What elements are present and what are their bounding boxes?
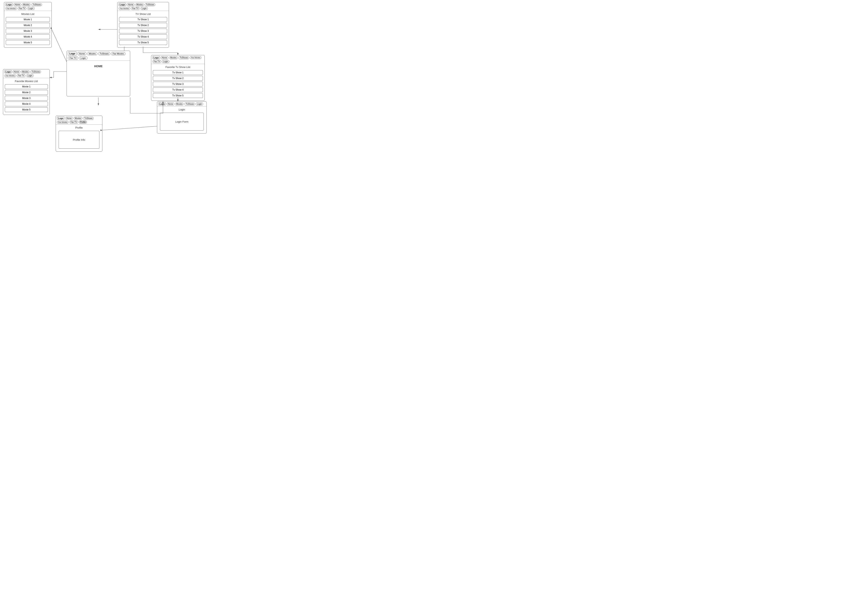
login-title: Login	[159, 108, 205, 111]
fav-tv-body: Favorite Tv Show List Tv Show 1 Tv Show …	[151, 64, 204, 100]
login-navbar: Logo Home Movies TvShows Login	[157, 102, 206, 107]
profile-window: Logo Home Movies TvShows Fav Movies Fav …	[56, 116, 102, 151]
fav-movie-item-4[interactable]: Movie 4	[5, 102, 48, 106]
nav-login[interactable]: Login	[141, 7, 148, 10]
movie-item-1[interactable]: Movie 1	[6, 17, 50, 22]
profile-body: Profile Profile Info	[56, 125, 102, 151]
nav-home[interactable]: Home	[12, 70, 20, 73]
nav-home[interactable]: Home	[77, 52, 86, 55]
nav-login[interactable]: Login	[26, 74, 33, 77]
nav-tvshows[interactable]: TvShows	[98, 52, 110, 55]
nav-home[interactable]: Home	[127, 3, 135, 6]
fav-movie-item-5[interactable]: Movie 5	[5, 107, 48, 112]
nav-tvshows[interactable]: TvShows	[83, 117, 94, 120]
tvshow-item-2[interactable]: Tv Show 2	[119, 23, 167, 28]
nav-movies[interactable]: Movies	[135, 3, 144, 6]
fav-movies-navbar: Logo Home Movies TvShows Fav Movies Fav …	[3, 69, 50, 78]
nav-tvshows[interactable]: TvShows	[31, 3, 42, 6]
nav-fav-movies[interactable]: Fav Movies	[5, 74, 16, 77]
nav-login[interactable]: Login	[79, 56, 87, 60]
tvshow-list-window: Logo Home Movies TvShows Fav Movies Fav …	[117, 2, 169, 48]
profile-logo: Logo	[57, 117, 64, 120]
nav-fav-tv[interactable]: Fav TV	[17, 74, 25, 77]
nav-fav-tv[interactable]: Fav TV	[152, 60, 161, 63]
nav-home[interactable]: Home	[167, 102, 174, 105]
nav-fav-tv[interactable]: Fav TV	[18, 7, 26, 10]
movies-list-title: Movies List	[6, 12, 50, 15]
nav-home[interactable]: Home	[65, 117, 73, 120]
fav-tv-logo: Logo	[152, 56, 160, 59]
fav-tvshow-item-1[interactable]: Tv Show 1	[153, 70, 203, 75]
nav-fav-movies[interactable]: Fav Movies	[5, 7, 17, 10]
fav-movies-window: Logo Home Movies TvShows Fav Movies Fav …	[3, 69, 50, 115]
tvshow-item-3[interactable]: Tv Show 3	[119, 29, 167, 33]
profile-title: Profile	[57, 126, 101, 129]
nav-movies[interactable]: Movies	[87, 52, 97, 55]
fav-tv-window: Logo Home Movies TvShows Fav Movies Fav …	[151, 55, 205, 101]
movie-item-2[interactable]: Movie 2	[6, 23, 50, 28]
login-form-label: Login Form	[175, 120, 189, 123]
tvshow-list-body: TV Show List Tv Show 1 Tv Show 2 Tv Show…	[118, 11, 169, 48]
tvshow-list-navbar: Logo Home Movies TvShows Fav Movies Fav …	[118, 2, 169, 11]
movies-list-window: Logo Home Movies TvShows Fav Movies Fav …	[4, 2, 52, 48]
movie-item-4[interactable]: Movie 4	[6, 34, 50, 39]
fav-movie-item-1[interactable]: Movie 1	[5, 84, 48, 89]
fav-tvshow-item-5[interactable]: Tv Show 5	[153, 93, 203, 98]
svg-line-6	[102, 126, 157, 130]
fav-tvshow-item-3[interactable]: Tv Show 3	[153, 82, 203, 86]
movie-item-5[interactable]: Movie 5	[6, 40, 50, 45]
movie-item-3[interactable]: Movie 3	[6, 29, 50, 33]
fav-tv-navbar: Logo Home Movies TvShows Fav Movies Fav …	[151, 55, 204, 64]
login-form-box: Login Form	[160, 113, 204, 131]
nav-movies[interactable]: Movies	[21, 70, 30, 73]
login-window: Logo Home Movies TvShows Login Login Log…	[157, 101, 207, 134]
nav-login[interactable]: Login	[27, 7, 34, 10]
nav-fav-movies[interactable]: Fav Movies	[119, 7, 130, 10]
tvshow-list-title: TV Show List	[119, 12, 167, 15]
svg-line-2	[52, 29, 67, 62]
nav-fav-tv[interactable]: Fav TV	[68, 56, 78, 60]
nav-home[interactable]: Home	[161, 56, 169, 59]
nav-tvshows[interactable]: TvShows	[30, 70, 41, 73]
nav-movies[interactable]: Movies	[175, 102, 184, 105]
tvshow-item-4[interactable]: Tv Show 4	[119, 34, 167, 39]
fav-movie-item-3[interactable]: Movie 3	[5, 96, 48, 100]
home-navbar: Logo Home Movies TvShows Fav Movies Fav …	[67, 51, 130, 60]
tvshow-item-1[interactable]: Tv Show 1	[119, 17, 167, 22]
nav-fav-tv[interactable]: Fav TV	[70, 120, 78, 124]
home-label: HOME	[67, 60, 130, 72]
movies-list-body: Movies List Movie 1 Movie 2 Movie 3 Movi…	[4, 11, 51, 48]
fav-tv-title: Favorite Tv Show List	[153, 66, 203, 69]
nav-movies[interactable]: Movies	[169, 56, 178, 59]
nav-fav-movies[interactable]: Fav Movies	[57, 121, 68, 124]
nav-fav-movies[interactable]: Fav Movies	[190, 56, 201, 59]
profile-navbar: Logo Home Movies TvShows Fav Movies Fav …	[56, 116, 102, 125]
fav-movies-logo: Logo	[5, 70, 12, 73]
profile-info-label: Profile Info	[73, 138, 85, 141]
nav-login[interactable]: Login	[196, 102, 203, 105]
fav-movie-item-2[interactable]: Movie 2	[5, 90, 48, 95]
fav-tvshow-item-4[interactable]: Tv Show 4	[153, 87, 203, 92]
movies-list-logo: Logo	[5, 3, 13, 6]
fav-movies-body: Favorite Movies List Movie 1 Movie 2 Mov…	[3, 78, 50, 115]
fav-movies-title: Favorite Movies List	[5, 80, 48, 83]
tvshow-list-logo: Logo	[119, 3, 126, 6]
nav-fav-movies[interactable]: Fav Movies	[111, 52, 125, 55]
nav-tvshows[interactable]: TvShows	[145, 3, 155, 6]
nav-login[interactable]: Login	[162, 60, 169, 63]
nav-home[interactable]: Home	[14, 3, 21, 6]
login-body: Login Login Form	[157, 107, 206, 133]
home-window: Logo Home Movies TvShows Fav Movies Fav …	[67, 51, 130, 96]
nav-movies[interactable]: Movies	[22, 3, 31, 6]
nav-tvshows[interactable]: TvShows	[184, 102, 195, 105]
tvshow-item-5[interactable]: Tv Show 5	[119, 40, 167, 45]
nav-fav-tv[interactable]: Fav TV	[131, 7, 140, 10]
home-logo: Logo	[68, 52, 76, 56]
login-logo: Logo	[158, 102, 166, 105]
fav-tvshow-item-2[interactable]: Tv Show 2	[153, 76, 203, 81]
nav-movies[interactable]: Movies	[74, 117, 82, 120]
movies-list-navbar: Logo Home Movies TvShows Fav Movies Fav …	[4, 2, 51, 11]
nav-tvshows[interactable]: TvShows	[178, 56, 189, 59]
profile-info-box: Profile Info	[59, 131, 99, 149]
nav-profile[interactable]: Profile	[79, 120, 87, 124]
